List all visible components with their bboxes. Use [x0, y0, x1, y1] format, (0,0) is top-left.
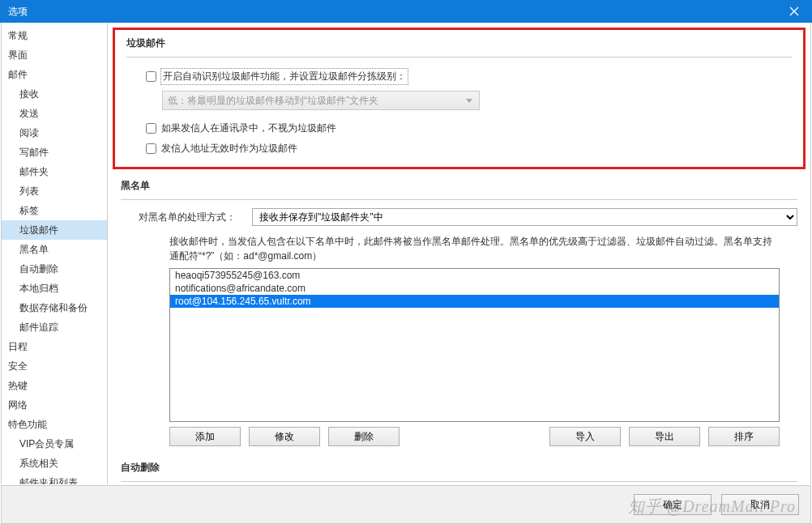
autodelete-title: 自动删除: [121, 461, 797, 475]
sidebar-item[interactable]: 阅读: [2, 123, 107, 143]
invalid-checkbox[interactable]: [146, 143, 156, 154]
sidebar: 常规界面邮件接收发送阅读写邮件邮件夹列表标签垃圾邮件黑名单自动删除本地归档数据存…: [2, 23, 108, 484]
content-pane: 垃圾邮件 开启自动识别垃圾邮件功能，并设置垃圾邮件分拣级别： 低：将最明显的垃圾…: [108, 23, 810, 484]
add-button[interactable]: 添加: [169, 427, 241, 446]
window-body: 常规界面邮件接收发送阅读写邮件邮件夹列表标签垃圾邮件黑名单自动删除本地归档数据存…: [1, 23, 811, 484]
sidebar-item[interactable]: 接收: [2, 84, 107, 104]
invalid-label: 发信人地址无效时作为垃圾邮件: [161, 142, 297, 155]
blacklist-desc: 接收邮件时，当发信人包含在以下名单中时，此邮件将被当作黑名单邮件处理。黑名单的优…: [169, 234, 780, 263]
divider: [121, 481, 797, 482]
blacklist-button-row: 添加 修改 删除 导入 导出 排序: [169, 427, 780, 446]
sidebar-item[interactable]: 系统相关: [2, 454, 107, 473]
sidebar-item[interactable]: 邮件: [2, 65, 107, 84]
sidebar-item[interactable]: 特色功能: [2, 415, 107, 434]
sidebar-item[interactable]: 发送: [2, 104, 107, 123]
cancel-button[interactable]: 取消: [721, 494, 799, 515]
sidebar-item[interactable]: 邮件夹和列表: [2, 473, 107, 484]
blacklist-title: 黑名单: [121, 179, 797, 193]
window-title: 选项: [8, 5, 28, 19]
spacer: [408, 427, 541, 446]
export-button[interactable]: 导出: [629, 427, 700, 446]
autodelete-section: 自动删除: [108, 446, 810, 482]
list-item[interactable]: heaoqi573955245@163.com: [170, 269, 779, 282]
divider: [126, 57, 792, 58]
list-item[interactable]: notifications@africandate.com: [170, 282, 779, 295]
junk-section-title: 垃圾邮件: [126, 36, 792, 50]
enable-junk-label: 开启自动识别垃圾邮件功能，并设置垃圾邮件分拣级别：: [161, 69, 408, 84]
sidebar-item[interactable]: 数据存储和备份: [2, 298, 107, 317]
dialog-footer: 确定 取消: [1, 485, 811, 524]
junk-level-select: 低：将最明显的垃圾邮件移动到“垃圾邮件”文件夹: [162, 91, 480, 110]
sidebar-item[interactable]: 邮件追踪: [2, 317, 107, 337]
sidebar-item[interactable]: 本地归档: [2, 279, 107, 298]
sidebar-item[interactable]: VIP会员专属: [2, 434, 107, 454]
delete-button[interactable]: 删除: [328, 427, 400, 446]
sidebar-item[interactable]: 垃圾邮件: [2, 220, 107, 240]
titlebar: 选项: [0, 0, 812, 23]
blacklist-handle-label: 对黑名单的处理方式：: [139, 211, 252, 224]
blacklist-listbox[interactable]: heaoqi573955245@163.comnotifications@afr…: [169, 268, 780, 422]
sort-button[interactable]: 排序: [708, 427, 780, 446]
sidebar-item[interactable]: 黑名单: [2, 240, 107, 259]
blacklist-handle-select[interactable]: 接收并保存到"垃圾邮件夹"中: [252, 208, 797, 226]
sidebar-item[interactable]: 自动删除: [2, 259, 107, 279]
sidebar-item[interactable]: 写邮件: [2, 143, 107, 162]
ok-button[interactable]: 确定: [634, 494, 712, 515]
import-button[interactable]: 导入: [549, 427, 621, 446]
edit-button[interactable]: 修改: [249, 427, 320, 446]
divider: [121, 199, 797, 200]
junk-level-text: 低：将最明显的垃圾邮件移动到“垃圾邮件”文件夹: [168, 94, 378, 108]
sidebar-item[interactable]: 标签: [2, 201, 107, 220]
blacklist-handle-row: 对黑名单的处理方式： 接收并保存到"垃圾邮件夹"中: [139, 208, 797, 226]
sidebar-item[interactable]: 界面: [2, 45, 107, 65]
sidebar-item[interactable]: 日程: [2, 337, 107, 356]
sidebar-item[interactable]: 网络: [2, 395, 107, 415]
blacklist-section: 黑名单 对黑名单的处理方式： 接收并保存到"垃圾邮件夹"中 接收邮件时，当发信人…: [108, 174, 810, 446]
addrbook-label: 如果发信人在通讯录中，不视为垃圾邮件: [161, 121, 336, 135]
close-button[interactable]: [776, 0, 812, 23]
invalid-row: 发信人地址无效时作为垃圾邮件: [126, 138, 792, 159]
addrbook-checkbox[interactable]: [146, 123, 156, 134]
sidebar-item[interactable]: 安全: [2, 356, 107, 376]
enable-junk-row: 开启自动识别垃圾邮件功能，并设置垃圾邮件分拣级别：: [126, 66, 792, 87]
sidebar-item[interactable]: 邮件夹: [2, 162, 107, 181]
junk-mail-section-highlight: 垃圾邮件 开启自动识别垃圾邮件功能，并设置垃圾邮件分拣级别： 低：将最明显的垃圾…: [113, 28, 806, 169]
enable-junk-checkbox[interactable]: [146, 71, 156, 82]
close-icon: [789, 6, 799, 16]
sidebar-item[interactable]: 常规: [2, 26, 107, 45]
sidebar-item[interactable]: 列表: [2, 181, 107, 201]
list-item[interactable]: root@104.156.245.65.vultr.com: [170, 295, 779, 308]
sidebar-item[interactable]: 热键: [2, 376, 107, 395]
addrbook-row: 如果发信人在通讯录中，不视为垃圾邮件: [126, 118, 792, 138]
